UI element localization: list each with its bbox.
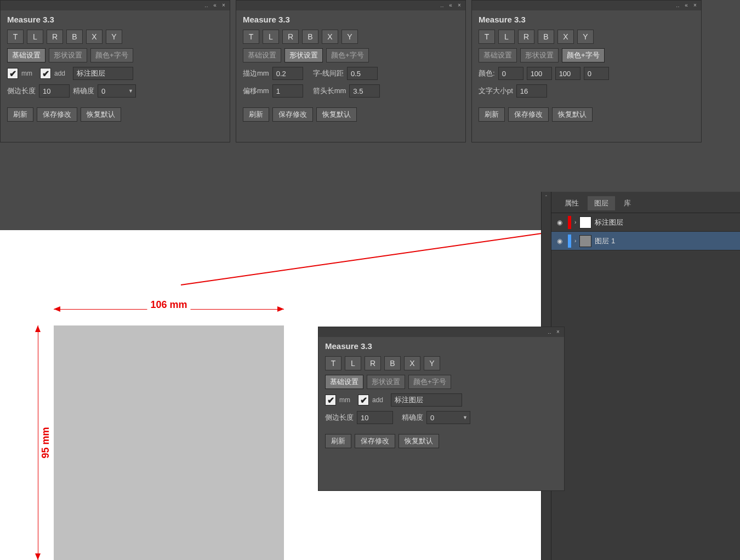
tab-basic[interactable]: 基础设置 <box>479 48 517 62</box>
side-btn-t[interactable]: T <box>479 30 495 44</box>
layer-name-input[interactable] <box>391 393 462 407</box>
precision-select[interactable]: 0 <box>98 84 136 98</box>
layer-row[interactable]: ◉ › 图层 1 <box>551 232 740 250</box>
tab-layers[interactable]: 图层 <box>588 196 615 210</box>
reset-button[interactable]: 恢复默认 <box>552 107 593 122</box>
side-btn-l[interactable]: L <box>27 30 43 44</box>
save-button[interactable]: 保存修改 <box>508 107 549 122</box>
tab-basic[interactable]: 基础设置 <box>243 48 281 62</box>
tab-properties[interactable]: 属性 <box>558 196 585 210</box>
save-button[interactable]: 保存修改 <box>37 107 77 122</box>
chevron-right-icon[interactable]: › <box>574 238 576 244</box>
side-btn-r[interactable]: R <box>47 30 63 44</box>
color-row-2: 文字大小pt <box>472 82 701 100</box>
close-icon[interactable]: × <box>221 3 226 8</box>
side-btn-y[interactable]: Y <box>341 30 358 44</box>
refresh-button[interactable]: 刷新 <box>479 107 505 122</box>
close-icon[interactable]: × <box>692 3 698 8</box>
reset-button[interactable]: 恢复默认 <box>399 434 439 448</box>
measure-panel-floating: ‥ × Measure 3.3 T L R B X Y 基础设置 形状设置 颜色… <box>318 327 565 491</box>
arrow-input[interactable] <box>349 84 380 98</box>
tab-shape[interactable]: 形状设置 <box>367 375 405 389</box>
checkbox-add[interactable]: ✔ <box>358 395 369 405</box>
tab-color[interactable]: 颜色+字号 <box>408 375 451 389</box>
side-btn-l[interactable]: L <box>345 356 361 370</box>
collapse-icon[interactable]: « <box>212 3 218 8</box>
collapse-icon[interactable]: « <box>684 3 689 8</box>
layer-name-input[interactable] <box>73 67 133 80</box>
reset-button[interactable]: 恢复默认 <box>81 107 121 122</box>
close-icon[interactable]: × <box>457 3 462 8</box>
offset-input[interactable] <box>272 84 303 98</box>
side-btn-r[interactable]: R <box>282 30 299 44</box>
side-btn-r[interactable]: R <box>365 356 381 370</box>
side-btn-b[interactable]: B <box>66 30 83 44</box>
side-btn-t[interactable]: T <box>243 30 259 44</box>
precision-label: 精确度 <box>402 413 423 422</box>
layer-name[interactable]: 标注图层 <box>595 218 623 227</box>
side-btn-x[interactable]: X <box>404 356 420 370</box>
save-button[interactable]: 保存修改 <box>272 107 313 122</box>
reset-button[interactable]: 恢复默认 <box>316 107 357 122</box>
annotation-pointer-line <box>181 225 576 290</box>
color-y-input[interactable] <box>555 67 580 80</box>
panel-menu-icon[interactable]: ‥ <box>439 3 445 8</box>
side-btn-t[interactable]: T <box>325 356 341 370</box>
color-c-input[interactable] <box>498 67 523 80</box>
tab-color[interactable]: 颜色+字号 <box>326 48 369 62</box>
chevron-right-icon[interactable]: › <box>574 219 576 225</box>
side-btn-t[interactable]: T <box>7 30 24 44</box>
dim-v-line <box>38 325 38 560</box>
side-len-input[interactable] <box>357 411 393 424</box>
collapse-icon[interactable]: « <box>448 3 453 8</box>
tab-library[interactable]: 库 <box>617 196 637 210</box>
side-btn-b[interactable]: B <box>384 356 401 370</box>
side-btn-b[interactable]: B <box>538 30 554 44</box>
close-icon[interactable]: × <box>555 329 561 335</box>
side-btn-l[interactable]: L <box>263 30 279 44</box>
panel-menu-icon[interactable]: ‥ <box>203 3 209 8</box>
selected-rectangle[interactable] <box>54 325 284 560</box>
color-m-input[interactable] <box>527 67 552 80</box>
margin-label: 描边mm <box>243 68 269 78</box>
tab-shape[interactable]: 形状设置 <box>284 48 323 62</box>
visibility-icon[interactable]: ◉ <box>555 219 565 226</box>
side-btn-b[interactable]: B <box>302 30 318 44</box>
side-btn-x[interactable]: X <box>86 30 103 44</box>
refresh-button[interactable]: 刷新 <box>325 434 351 448</box>
layers-tabs-row: 属性 图层 库 <box>551 192 740 213</box>
side-btn-y[interactable]: Y <box>577 30 594 44</box>
layer-row[interactable]: ◉ › 标注图层 <box>551 213 740 232</box>
tab-basic[interactable]: 基础设置 <box>7 48 45 62</box>
refresh-button[interactable]: 刷新 <box>7 107 33 122</box>
panel-menu-icon[interactable]: ‥ <box>675 3 680 8</box>
color-label: 颜色: <box>479 68 495 78</box>
margin-input[interactable] <box>272 67 303 80</box>
color-k-input[interactable] <box>584 67 609 80</box>
tab-color[interactable]: 颜色+字号 <box>90 48 133 62</box>
panel-menu-icon[interactable]: ‥ <box>547 329 552 335</box>
precision-select[interactable]: 0 <box>426 411 470 424</box>
gap-input[interactable] <box>347 67 378 80</box>
tab-shape[interactable]: 形状设置 <box>520 48 559 62</box>
side-len-input[interactable] <box>39 84 70 98</box>
checkbox-mm[interactable]: ✔ <box>325 395 336 405</box>
checkbox-mm[interactable]: ✔ <box>7 68 18 79</box>
tab-shape[interactable]: 形状设置 <box>49 48 87 62</box>
side-btn-r[interactable]: R <box>518 30 534 44</box>
side-btn-y[interactable]: Y <box>424 356 440 370</box>
side-btn-y[interactable]: Y <box>106 30 122 44</box>
tab-color[interactable]: 颜色+字号 <box>562 48 605 62</box>
side-btn-x[interactable]: X <box>322 30 338 44</box>
checkbox-add[interactable]: ✔ <box>40 68 51 79</box>
visibility-icon[interactable]: ◉ <box>555 237 565 245</box>
tab-basic[interactable]: 基础设置 <box>325 375 363 389</box>
side-btn-l[interactable]: L <box>498 30 515 44</box>
fontsize-input[interactable] <box>516 84 547 98</box>
actions-row: 刷新 保存修改 恢复默认 <box>1 105 230 124</box>
refresh-button[interactable]: 刷新 <box>243 107 269 122</box>
mm-label: mm <box>339 396 350 404</box>
save-button[interactable]: 保存修改 <box>355 434 395 448</box>
side-btn-x[interactable]: X <box>557 30 574 44</box>
layer-name[interactable]: 图层 1 <box>595 236 615 246</box>
